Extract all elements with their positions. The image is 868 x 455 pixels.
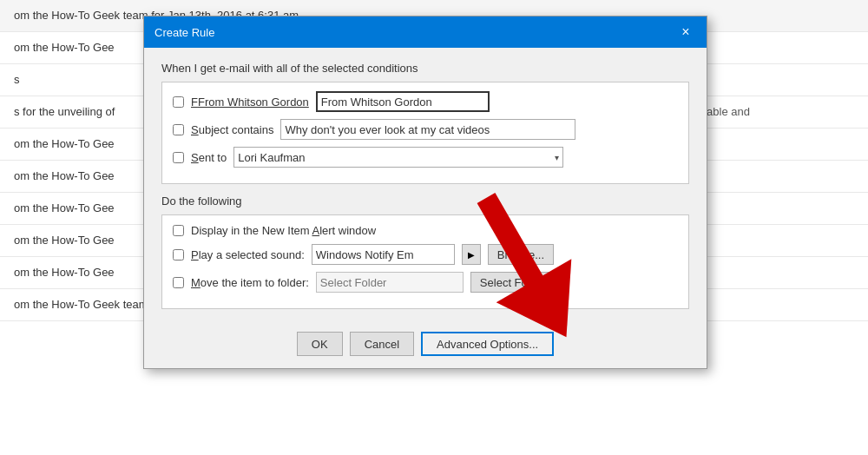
sent-to-value: Lori Kaufman [238,151,305,164]
sent-to-dropdown[interactable]: Lori Kaufman ▾ [233,147,563,168]
from-checkbox[interactable] [173,96,184,108]
conditions-section: FFrom Whitson Gordon Subject contains Se… [161,82,689,184]
display-alert-label: Display in the New Item Alert window [191,224,376,237]
move-item-label: Move the item to folder: [191,276,309,289]
play-sound-checkbox[interactable] [173,249,184,260]
from-row: FFrom Whitson Gordon [173,91,678,112]
svg-marker-1 [496,259,599,359]
display-alert-checkbox[interactable] [173,225,184,236]
sent-to-checkbox[interactable] [173,152,184,163]
play-sound-label: Play a selected sound: [191,248,305,261]
conditions-header: When I get e-mail with all of the select… [161,62,689,75]
svg-rect-0 [477,193,548,293]
from-label: FFrom Whitson Gordon [191,96,309,109]
sent-to-row: Sent to Lori Kaufman ▾ [173,147,678,168]
move-item-checkbox[interactable] [173,277,184,288]
subject-row: Subject contains [173,119,678,140]
subject-label: Subject contains [191,123,273,136]
cancel-button[interactable]: Cancel [350,332,414,356]
red-arrow-indicator [425,191,599,365]
from-input[interactable] [316,91,490,112]
ok-button[interactable]: OK [297,332,343,356]
subject-input[interactable] [280,119,575,140]
close-button[interactable]: × [675,22,696,43]
sent-to-label: Sent to [191,151,227,164]
subject-checkbox[interactable] [173,124,184,135]
dialog-title: Create Rule [155,26,214,39]
chevron-down-icon: ▾ [555,153,559,162]
dialog-titlebar: Create Rule × [144,16,707,48]
